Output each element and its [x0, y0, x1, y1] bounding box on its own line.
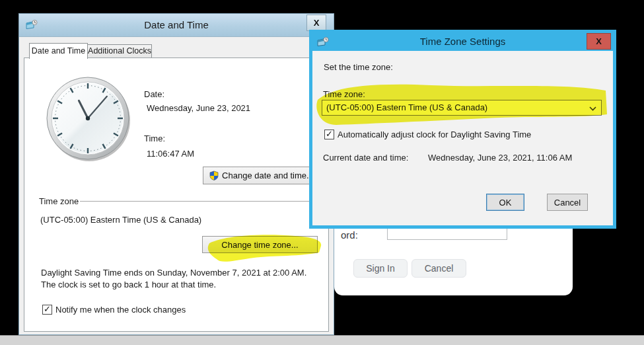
- time-zone-dropdown[interactable]: (UTC-05:00) Eastern Time (US & Canada): [322, 100, 602, 116]
- checkmark-icon: ✓: [44, 304, 51, 314]
- set-time-zone-label: Set the time zone:: [324, 62, 393, 72]
- current-date-time-value: Wednesday, June 23, 2021, 11:06 AM: [428, 153, 572, 163]
- auto-dst-checkbox-label: Automatically adjust clock for Daylight …: [338, 130, 531, 139]
- change-time-zone-label: Change time zone...: [221, 240, 298, 250]
- auto-dst-checkbox[interactable]: ✓: [324, 130, 334, 139]
- time-label: Time:: [144, 134, 165, 143]
- screenshot-canvas: Date and Time X Additional Clocks Date a…: [0, 0, 644, 345]
- change-date-time-button[interactable]: Change date and time...: [203, 167, 320, 184]
- dst-info-line1: Daylight Saving Time ends on Sunday, Nov…: [41, 268, 306, 278]
- close-icon[interactable]: X: [587, 33, 611, 50]
- group-separator-line: [80, 201, 326, 202]
- time-zone-group-label: Time zone: [39, 196, 79, 206]
- time-zone-field-label: Time zone:: [323, 89, 365, 99]
- change-date-time-label: Change date and time...: [222, 171, 314, 180]
- tab-additional-clocks[interactable]: Additional Clocks: [88, 44, 152, 58]
- signin-cancel-button[interactable]: Cancel: [411, 259, 466, 278]
- window-title: Date and Time: [19, 14, 334, 36]
- taskbar[interactable]: [0, 335, 644, 345]
- date-and-time-window: Date and Time X Additional Clocks Date a…: [18, 13, 334, 335]
- time-zone-settings-body: Set the time zone: Time zone: (UTC-05:00…: [312, 51, 613, 225]
- notify-clock-checkbox-label: Notify me when the clock changes: [55, 305, 186, 315]
- dst-info-line2: The clock is set to go back 1 hour at th…: [41, 280, 216, 289]
- date-label: Date:: [144, 89, 164, 99]
- tz-cancel-button[interactable]: Cancel: [547, 194, 588, 211]
- time-zone-settings-titlebar[interactable]: Time Zone Settings X: [312, 33, 613, 51]
- date-value: Wednesday, June 23, 2021: [147, 103, 250, 113]
- analog-clock: [44, 74, 132, 163]
- signin-panel: ord: Sign In Cancel: [334, 228, 573, 295]
- current-time-zone-value: (UTC-05:00) Eastern Time (US & Canada): [40, 215, 201, 225]
- close-icon[interactable]: X: [306, 15, 326, 31]
- current-date-time-label: Current date and time:: [323, 153, 408, 163]
- tab-date-and-time[interactable]: Date and Time: [29, 43, 88, 59]
- uac-shield-icon: [209, 171, 219, 180]
- date-and-time-titlebar[interactable]: Date and Time X: [19, 14, 334, 37]
- chevron-down-icon: [589, 106, 596, 111]
- date-time-tab-page: Date: Wednesday, June 23, 2021 Time: 11:…: [24, 58, 329, 332]
- window-title: Time Zone Settings: [312, 33, 613, 51]
- notify-clock-checkbox[interactable]: ✓: [42, 305, 52, 315]
- time-value: 11:06:47 AM: [147, 149, 194, 159]
- ok-button[interactable]: OK: [486, 194, 524, 211]
- time-zone-selected-value: (UTC-05:00) Eastern Time (US & Canada): [326, 102, 487, 112]
- change-time-zone-button[interactable]: Change time zone...: [202, 236, 318, 253]
- password-label-fragment: ord:: [341, 229, 358, 241]
- sign-in-button[interactable]: Sign In: [353, 259, 408, 278]
- checkmark-icon: ✓: [326, 129, 333, 139]
- time-zone-settings-window: Time Zone Settings X Set the time zone: …: [309, 30, 616, 229]
